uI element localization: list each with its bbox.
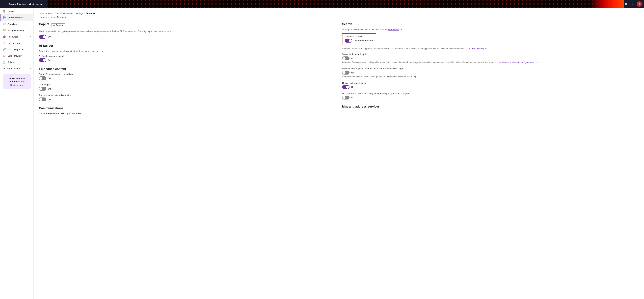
sidebar-item-label: Environments [8, 16, 31, 19]
toggle-slider[interactable] [39, 87, 46, 91]
social-data-toggle[interactable] [39, 97, 46, 101]
promo-title: Power Platform Conference 2023 [8, 77, 25, 83]
copilot-toggle-label: On [48, 35, 51, 38]
copilot-learn-more-link[interactable]: Learn more [158, 30, 169, 32]
preview-icon: ⊕ [53, 24, 55, 26]
dataverse-search-highlight: Dataverse search On (recommended) [342, 33, 376, 45]
powerbi-toggle-row: Off [39, 76, 336, 80]
hamburger-button[interactable]: ☰ [2, 1, 8, 7]
single-table-label: Single table search option [342, 53, 639, 55]
sidebar-item-label: Analytics [8, 23, 28, 25]
environments-icon: 🌐 [3, 16, 6, 19]
breadcrumb-settings[interactable]: Settings [75, 12, 83, 14]
single-table-configure-link[interactable]: Learn how and where to configure search [498, 61, 536, 63]
sidebar-item-label: Help + support [8, 42, 31, 44]
social-data-label: Prevent social data in Dynamics [39, 94, 336, 96]
copilot-title: Copilot [39, 22, 49, 26]
toggle-slider[interactable] [39, 76, 46, 80]
sidebar-item-policies[interactable]: 📋 Policies ▾ [0, 59, 33, 65]
sidebar-item-data-integration[interactable]: 🔗 Data integration [0, 46, 33, 53]
preview-label: Preview [56, 24, 63, 26]
external-link-icon: ↗ [537, 61, 538, 63]
sidebar-item-help-support[interactable]: ❓ Help + support [0, 40, 33, 46]
sidebar-item-admin-centers[interactable]: ⚙ Admin centers ▾ [0, 65, 33, 72]
powerbi-toggle[interactable] [39, 76, 46, 80]
toggle-slider[interactable] [345, 39, 352, 42]
analytics-icon: 📈 [3, 22, 6, 25]
bing-maps-label: Bing Maps [39, 83, 336, 86]
single-table-toggle[interactable] [342, 56, 350, 60]
topbar-actions: ⚙ ? R [623, 1, 642, 7]
dataverse-configure-link[interactable]: Learn how to configure [466, 47, 487, 50]
chevron-down-icon: ▾ [30, 61, 31, 63]
slow-keyword-toggle[interactable] [342, 71, 350, 74]
slow-keyword-label: Prevent slow keyword filter for quick fi… [342, 67, 639, 70]
breadcrumb-staging[interactable]: RetailSOAStaging [55, 12, 72, 14]
toggle-slider[interactable] [342, 71, 350, 74]
external-link-icon: ↗ [67, 16, 68, 18]
quick-find-view-toggle-row: Off [342, 96, 639, 99]
sidebar-item-resources[interactable]: 📦 Resources ▾ [0, 33, 33, 40]
copilot-description: Allow canvas editors to get AI-powered a… [39, 30, 336, 33]
billing-icon: 💳 [3, 29, 6, 32]
social-data-toggle-label: Off [48, 98, 51, 101]
ai-builder-title: AI Builder [39, 44, 336, 47]
search-section: Search Manage how search works in this e… [342, 22, 639, 99]
breadcrumb-sep: › [53, 12, 54, 14]
slow-keyword-description: When Dataverse search is off, slow queri… [342, 75, 639, 78]
toggle-slider[interactable] [342, 56, 350, 60]
single-table-toggle-label: Off [351, 57, 354, 60]
bing-maps-toggle-label: Off [48, 88, 51, 90]
promo-banner: Power Platform Conference 2023 Register … [3, 74, 31, 89]
communications-subtitle: Country/region code prefixing for number… [39, 112, 336, 115]
quick-find-toggle[interactable] [342, 85, 350, 89]
search-description: Manage how search works in this environm… [342, 28, 639, 31]
quick-find-view-toggle[interactable] [342, 96, 350, 99]
bing-maps-toggle[interactable] [39, 87, 46, 91]
powerbi-label: Power BI visualization embedding [39, 73, 336, 75]
help-button[interactable]: ? [630, 1, 635, 7]
ai-builder-toggle[interactable] [39, 58, 46, 62]
chevron-down-icon: ▾ [30, 29, 31, 31]
toggle-slider[interactable] [342, 85, 350, 89]
data-integration-icon: 🔗 [3, 48, 6, 51]
toggle-slider[interactable] [39, 97, 46, 101]
sidebar-item-label: Data integration [8, 48, 31, 51]
social-data-toggle-row: Off [39, 97, 336, 101]
learn-more-row: Learn more about Features ↗ [39, 16, 639, 18]
promo-register-link[interactable]: Register now [5, 84, 28, 86]
social-data-group: Prevent social data in Dynamics Off [39, 94, 336, 101]
ai-builder-toggle-row: On [39, 58, 336, 62]
dataverse-search-label: Dataverse search [345, 35, 374, 38]
search-learn-more-link[interactable]: Learn more [388, 28, 399, 31]
sidebar-item-analytics[interactable]: 📈 Analytics ▾ [0, 21, 33, 27]
breadcrumb-sep: › [84, 12, 85, 14]
breadcrumb-sep: › [74, 12, 74, 14]
breadcrumb-current: Features [86, 12, 95, 14]
sidebar-item-billing[interactable]: 💳 Billing (Preview) ▾ [0, 27, 33, 33]
sidebar-item-home[interactable]: 🏠 Home [0, 8, 33, 14]
settings-button[interactable]: ⚙ [623, 1, 628, 7]
copilot-toggle[interactable] [39, 35, 46, 39]
bing-maps-group: Bing Maps Off [39, 83, 336, 91]
sidebar-item-environments[interactable]: 🌐 Environments [0, 14, 33, 21]
ai-builder-learn-more-link[interactable]: Learn more [90, 50, 101, 52]
quick-find-view-label: Use quick find view of an entity for sea… [342, 92, 639, 95]
quick-find-view-toggle-label: Off [351, 96, 354, 99]
app-title: Power Platform admin center [9, 3, 44, 5]
toggle-slider[interactable] [342, 96, 350, 99]
powerbi-group: Power BI visualization embedding Off [39, 73, 336, 80]
avatar[interactable]: R [636, 1, 642, 7]
dataverse-search-toggle[interactable] [345, 39, 352, 42]
sidebar: 🏠 Home 🌐 Environments 📈 Analytics ▾ 💳 Bi… [0, 8, 34, 299]
embedded-content-title: Embedded content [39, 67, 336, 71]
features-learn-more-link[interactable]: Features [57, 16, 66, 18]
sidebar-item-data-preview[interactable]: 📊 Data (preview) [0, 53, 33, 59]
external-link-icon: ↗ [488, 48, 489, 50]
embedded-content-section: Embedded content Power BI visualization … [39, 67, 336, 101]
toggle-slider[interactable] [39, 35, 46, 39]
toggle-slider[interactable] [39, 58, 46, 62]
breadcrumb-environments[interactable]: Environments [39, 12, 52, 14]
admin-centers-icon: ⚙ [3, 67, 5, 70]
single-table-description: When on, Dataverse search will provide a… [342, 61, 639, 64]
